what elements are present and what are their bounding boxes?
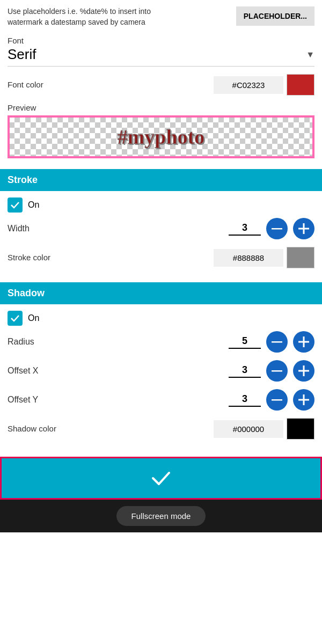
shadow-offsety-row: Offset Y 3 (8, 389, 314, 411)
font-name-value: Serif (8, 46, 36, 63)
stroke-width-plus-button[interactable] (293, 218, 314, 239)
stroke-width-row: Width 3 (8, 218, 314, 239)
font-color-swatch[interactable] (287, 74, 314, 96)
shadow-offsetx-controls: 3 (229, 360, 314, 382)
preview-box: #myphoto (8, 115, 314, 158)
shadow-radius-minus-button[interactable] (266, 331, 288, 353)
font-dropdown-arrow[interactable]: ▼ (306, 50, 314, 60)
shadow-radius-value: 5 (229, 335, 261, 349)
minus-icon (272, 370, 282, 372)
preview-text: #myphoto (118, 125, 205, 149)
shadow-body: On Radius 5 Offset X 3 (0, 304, 322, 453)
checkmark-icon-shadow (10, 313, 20, 323)
shadow-color-input-group (214, 418, 314, 440)
shadow-radius-plus-button[interactable] (293, 331, 314, 353)
shadow-offsety-value: 3 (229, 393, 261, 407)
font-color-label: Font color (8, 80, 43, 89)
preview-field: Preview #myphoto (8, 103, 314, 158)
svg-rect-3 (272, 341, 282, 343)
shadow-offsety-label: Offset Y (8, 395, 38, 405)
svg-rect-5 (303, 336, 305, 347)
shadow-offsetx-row: Offset X 3 (8, 360, 314, 382)
stroke-color-input-group (214, 247, 314, 268)
font-label: Font (8, 36, 314, 45)
svg-rect-6 (272, 370, 282, 372)
shadow-offsety-plus-button[interactable] (293, 389, 314, 411)
bottom-bar: Fullscreen mode (0, 500, 322, 532)
confirm-button[interactable] (0, 457, 322, 500)
stroke-section: Stroke On Width 3 (0, 169, 322, 282)
plus-icon (298, 365, 309, 376)
shadow-section: Shadow On Radius 5 (0, 282, 322, 453)
shadow-color-label: Shadow color (8, 424, 56, 433)
shadow-color-hex-input[interactable] (214, 420, 283, 438)
minus-icon (272, 228, 282, 230)
shadow-on-row: On (8, 311, 314, 326)
stroke-width-minus-button[interactable] (266, 218, 288, 239)
shadow-radius-row: Radius 5 (8, 331, 314, 353)
font-color-input-group (214, 74, 314, 96)
fullscreen-button[interactable]: Fullscreen mode (116, 506, 206, 526)
top-section: Use placeholders i.e. %date% to insert i… (0, 0, 322, 169)
minus-icon (272, 399, 282, 401)
shadow-offsetx-value: 3 (229, 364, 261, 378)
shadow-color-row: Shadow color (8, 418, 314, 440)
stroke-on-row: On (8, 197, 314, 213)
shadow-on-checkbox[interactable] (8, 311, 23, 326)
stroke-on-label: On (28, 200, 39, 210)
stroke-body: On Width 3 Stroke color (0, 191, 322, 282)
shadow-header: Shadow (0, 282, 322, 304)
plus-icon (298, 336, 309, 347)
confirm-checkmark-icon (150, 467, 172, 489)
stroke-width-value: 3 (229, 222, 261, 236)
placeholder-button[interactable]: PLACEHOLDER... (236, 6, 314, 26)
font-select-row[interactable]: Serif ▼ (8, 46, 314, 67)
shadow-offsetx-minus-button[interactable] (266, 360, 288, 382)
placeholder-description: Use placeholders i.e. %date% to insert i… (8, 6, 169, 27)
checkmark-icon (10, 200, 20, 210)
shadow-radius-label: Radius (8, 337, 34, 347)
shadow-on-label: On (28, 313, 39, 323)
font-color-row: Font color (8, 74, 314, 96)
plus-icon (298, 394, 309, 405)
shadow-color-swatch[interactable] (287, 418, 314, 440)
placeholder-row: Use placeholders i.e. %date% to insert i… (8, 6, 314, 27)
stroke-color-swatch[interactable] (287, 247, 314, 268)
shadow-radius-controls: 5 (229, 331, 314, 353)
font-field: Font Serif ▼ (8, 36, 314, 67)
shadow-offsety-minus-button[interactable] (266, 389, 288, 411)
stroke-width-label: Width (8, 224, 30, 233)
font-color-hex-input[interactable] (214, 76, 283, 94)
shadow-offsety-controls: 3 (229, 389, 314, 411)
svg-rect-11 (303, 394, 305, 405)
stroke-color-row: Stroke color (8, 247, 314, 268)
preview-label: Preview (8, 103, 314, 112)
svg-rect-8 (303, 365, 305, 376)
stroke-on-checkbox[interactable] (8, 197, 23, 213)
minus-icon (272, 341, 282, 343)
plus-icon (298, 223, 309, 234)
stroke-color-label: Stroke color (8, 253, 50, 262)
svg-rect-9 (272, 399, 282, 401)
svg-rect-0 (272, 228, 282, 230)
shadow-offsetx-label: Offset X (8, 366, 39, 376)
svg-rect-2 (303, 223, 305, 234)
shadow-offsetx-plus-button[interactable] (293, 360, 314, 382)
stroke-header: Stroke (0, 169, 322, 191)
stroke-color-hex-input[interactable] (214, 249, 283, 267)
stroke-width-controls: 3 (229, 218, 314, 239)
